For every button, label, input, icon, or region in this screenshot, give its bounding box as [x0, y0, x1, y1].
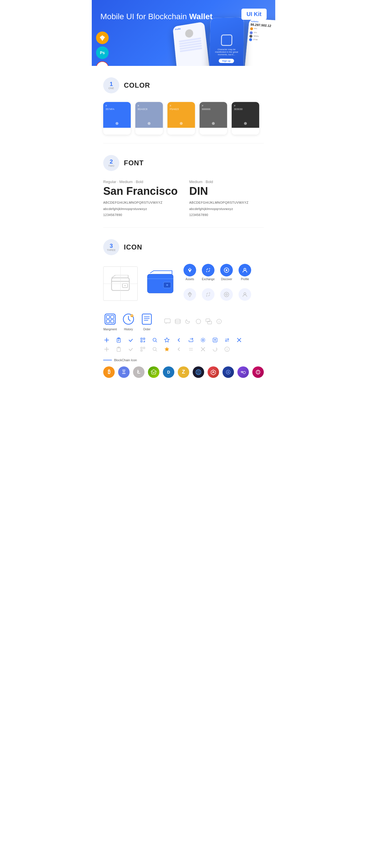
swatch-dark: #303030 — [232, 102, 259, 135]
crypto-icon-ark — [207, 366, 219, 378]
nav-icons-container: Assets Exchange Discover — [184, 264, 251, 304]
svg-point-8 — [189, 269, 191, 270]
badge-screens: 60+ Screens — [96, 61, 109, 66]
check-icon — [127, 337, 134, 343]
icon-section: 3 THREE ICON — [92, 228, 275, 386]
swap-icon — [224, 337, 230, 343]
svg-point-11 — [244, 268, 246, 270]
moon-icon — [185, 318, 192, 325]
nav-icon-assets: Assets — [184, 264, 196, 281]
section-title-icon: ICON — [124, 243, 142, 251]
nav-icon-assets-outline — [184, 288, 196, 301]
discover-outline-icon — [220, 288, 233, 301]
section-num-2: 2 TWO — [103, 155, 119, 171]
svg-rect-17 — [106, 315, 110, 318]
svg-point-34 — [219, 320, 219, 321]
svg-rect-41 — [141, 338, 142, 339]
svg-rect-42 — [143, 338, 145, 339]
icon-wallet-grid — [103, 267, 138, 301]
svg-line-62 — [156, 350, 157, 351]
search-icon — [151, 337, 158, 343]
blockchain-label-row: BlockChain Icon — [103, 359, 264, 362]
svg-rect-23 — [142, 314, 151, 324]
font-block-sf: Regular · Medium · Bold San Francisco AB… — [103, 180, 178, 219]
share-icon — [188, 337, 194, 343]
clipboard-icon-gray — [115, 346, 122, 353]
svg-rect-18 — [111, 315, 114, 318]
app-icons-row: Mangment History Order — [103, 312, 264, 331]
badge-ps: Ps — [96, 46, 109, 59]
crypto-icon-matic — [237, 366, 249, 378]
clipboard-icon — [115, 337, 122, 343]
svg-point-28 — [175, 319, 180, 321]
close-icon — [236, 337, 243, 343]
color-swatches: #3574FA #8DA0C8 #F5A623 #666666 — [103, 102, 264, 135]
section-header-font: 2 TWO FONT — [103, 155, 264, 171]
crypto-icon-dot — [252, 366, 264, 378]
font-numbers-sf: 1234567890 — [103, 213, 178, 218]
qr-icon — [139, 337, 146, 343]
settings-icon — [200, 337, 206, 343]
crypto-icons-row: ₿ Ξ Ł D Z — [103, 366, 264, 378]
section-title-color: COLOR — [124, 81, 150, 89]
hero-title-bold: Wallet — [189, 12, 213, 21]
crypto-icon-ltc: Ł — [133, 366, 144, 378]
svg-marker-68 — [151, 370, 156, 374]
section-num-1: 1 ONE — [103, 78, 119, 93]
nav-icons-inactive-row — [184, 288, 251, 301]
redo-icon-gray — [211, 346, 219, 353]
profile-icon — [238, 264, 251, 276]
swatch-blue: #3574FA — [103, 102, 131, 135]
crypto-icon-zcash: Z — [178, 366, 189, 378]
svg-line-48 — [156, 341, 157, 342]
crypto-icon-dash: D — [163, 366, 174, 378]
font-style-din: Medium · Bold — [189, 180, 264, 184]
nav-icon-discover: Discover — [220, 264, 233, 281]
font-lowercase-sf: abcdefghijklmnopqrstuvwxyz — [103, 207, 178, 212]
assets-outline-icon — [184, 288, 196, 301]
svg-point-7 — [166, 284, 168, 286]
font-name-din: DIN — [189, 185, 264, 197]
svg-rect-60 — [141, 350, 142, 351]
phone-mock-2: Character may be manifested in the great… — [209, 17, 244, 66]
circle-icon — [195, 318, 202, 325]
font-section: 2 TWO FONT Regular · Medium · Bold San F… — [92, 144, 275, 227]
svg-rect-27 — [165, 319, 170, 323]
section-title-font: FONT — [124, 159, 144, 167]
star-icon-gold — [163, 346, 170, 353]
app-icon-order: Order — [140, 312, 154, 331]
crypto-icon-hydra — [223, 366, 234, 378]
history-icon-svg — [121, 312, 135, 326]
add-icon — [103, 337, 110, 343]
font-uppercase-sf: ABCDEFGHIJKLMNOPQRSTUVWXYZ — [103, 200, 178, 206]
color-section: 1 ONE COLOR #3574FA #8DA0C8 #F5A623 — [92, 66, 275, 143]
qr-icon-gray — [139, 346, 146, 353]
font-numbers-din: 1234567890 — [189, 213, 264, 218]
svg-point-67 — [227, 348, 227, 348]
profile-outline-icon — [238, 288, 251, 301]
phone-mock-1: Profile — [173, 22, 211, 66]
chat-icon — [205, 318, 212, 325]
chevron-left-icon — [175, 337, 182, 343]
app-icon-management: Mangment — [103, 312, 117, 331]
wallet-icon-filled — [146, 270, 175, 296]
hero-section: Mobile UI for Blockchain Wallet UI Kit P… — [92, 0, 275, 66]
check-icon-gray — [127, 346, 134, 353]
misc-icons-row-1 — [164, 318, 223, 325]
svg-point-22 — [131, 314, 133, 317]
svg-rect-19 — [106, 320, 110, 323]
badge-sketch — [96, 32, 109, 44]
swatch-gray-blue: #8DA0C8 — [135, 102, 163, 135]
font-name-sf: San Francisco — [103, 185, 178, 197]
nav-icon-discover-outline — [220, 288, 233, 301]
crypto-icon-btc: ₿ — [103, 366, 115, 378]
hero-title-regular: Mobile UI for Blockchain — [101, 12, 189, 21]
crypto-icon-neo — [148, 366, 160, 378]
exchange-icon — [202, 264, 215, 276]
ui-kit-badge: UI Kit — [242, 9, 266, 20]
svg-point-74 — [257, 370, 259, 374]
section-header-color: 1 ONE COLOR — [103, 78, 264, 93]
nav-icon-exchange: Exchange — [202, 264, 215, 281]
blockchain-line — [103, 360, 112, 361]
font-style-sf: Regular · Medium · Bold — [103, 180, 178, 184]
